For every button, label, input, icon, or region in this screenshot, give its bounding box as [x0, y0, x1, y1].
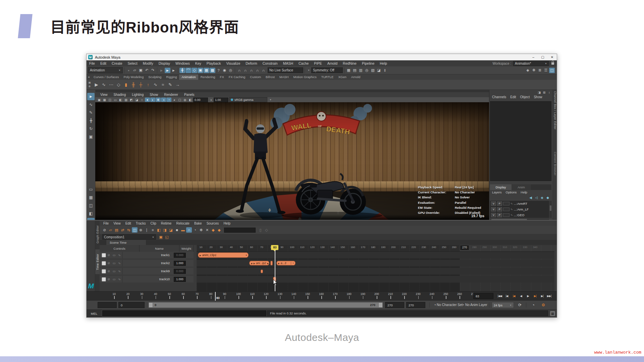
track-mute-icon[interactable]: ⊘: [106, 278, 111, 281]
channel-box-toggle-icon[interactable]: ≣: [537, 68, 543, 73]
input-connections-icon[interactable]: ∩: [236, 68, 242, 73]
layer-visibility-toggle[interactable]: V: [491, 213, 496, 217]
play-backwards-button[interactable]: ◀: [518, 293, 524, 299]
track-checkbox[interactable]: [102, 261, 106, 265]
snap-view-plane-icon[interactable]: ▦: [204, 68, 209, 73]
select-object-icon[interactable]: ►: [165, 68, 170, 73]
menu-cache[interactable]: Cache: [296, 61, 311, 65]
render-view-icon[interactable]: ▦: [346, 68, 352, 73]
track-weight-field[interactable]: 0.000: [174, 253, 186, 258]
attribute-editor-toggle-icon[interactable]: ☰: [543, 68, 549, 73]
gamma-field[interactable]: 1.00: [214, 98, 228, 102]
panel-menu-show[interactable]: Show: [147, 93, 161, 97]
select-tool-icon[interactable]: ►: [87, 93, 95, 100]
wireframe-icon[interactable]: ○: [140, 98, 145, 102]
animation-end-field[interactable]: 270: [406, 302, 425, 308]
shelf-tab-custom[interactable]: Custom: [248, 74, 263, 80]
time-slider[interactable]: 1020304050607080901001101201301401501601…: [87, 291, 557, 301]
te-menu-retime[interactable]: Retime: [159, 222, 174, 225]
resolution-gate-icon[interactable]: ▭: [113, 98, 118, 102]
channel-settings-icon[interactable]: ⊞: [542, 90, 546, 95]
te-playhead-tag[interactable]: 83: [271, 245, 278, 250]
menu-file[interactable]: File: [87, 61, 98, 65]
open-scene-icon[interactable]: ▱: [132, 68, 138, 73]
track-weight-field[interactable]: 0.000: [174, 269, 186, 274]
time-editor-track-lanes[interactable]: 1020304050607080901001101201301401501601…: [197, 245, 554, 291]
motion-blur-icon[interactable]: ◕: [172, 98, 177, 102]
anim-layer-dropdown[interactable]: No Anim Layer: [465, 303, 487, 307]
manage-compositions-icon[interactable]: ◱: [164, 234, 170, 240]
input-operations-icon[interactable]: ∩: [243, 68, 248, 73]
track-weight-field[interactable]: 1.000: [174, 277, 186, 282]
cb-menu-channels[interactable]: Channels: [490, 95, 508, 99]
track-mute-icon[interactable]: ⊘: [106, 253, 111, 257]
command-language-selector[interactable]: MEL: [87, 310, 102, 317]
grid-snap-icon[interactable]: ▬: [180, 227, 186, 233]
add-clip-key-icon[interactable]: ◆: [216, 227, 222, 233]
menu-rednine[interactable]: RedNine: [340, 61, 359, 65]
viewport-3d-scene[interactable]: WALL OF DEATH: [95, 102, 489, 220]
menu-edit[interactable]: Edit: [98, 61, 109, 65]
solo-track-icon[interactable]: ■: [174, 227, 180, 233]
layout-four-pane-icon[interactable]: ▦: [87, 194, 95, 201]
set-driven-key-icon[interactable]: ↑: [145, 81, 152, 88]
shelf-tab-menu-icon[interactable]: ≡: [87, 74, 91, 80]
track-solo-icon[interactable]: ▭: [111, 253, 117, 257]
track-ghost-icon[interactable]: ∿: [117, 261, 122, 265]
scene-time-tab[interactable]: Scene Time: [106, 240, 146, 245]
new-scene-icon[interactable]: ▫: [126, 68, 131, 73]
anim-preferences-icon[interactable]: ⚙: [540, 302, 547, 308]
add-clip-icon[interactable]: ▱: [108, 227, 113, 233]
pin-channel-box-icon[interactable]: ◨: [537, 90, 541, 95]
tab-graph-editor[interactable]: Graph Editor: [95, 223, 100, 246]
track-row[interactable]: ⊘▭∿track101.000: [100, 276, 194, 283]
ghost-clip-icon[interactable]: ▯: [258, 227, 263, 233]
window-titlebar[interactable]: M Autodesk Maya – ▢ ✕: [87, 54, 557, 60]
track-row[interactable]: ⊘▭∿track21.000: [100, 260, 194, 266]
track-lane[interactable]: [197, 268, 554, 275]
te-menu-file[interactable]: File: [101, 222, 111, 225]
layout-single-pane-icon[interactable]: ▭: [87, 186, 95, 193]
layer-vertical-scrollbar[interactable]: [549, 201, 552, 218]
layer-color-swatch[interactable]: [503, 207, 509, 211]
menu-arnold[interactable]: Arnold: [325, 61, 340, 65]
track-lane[interactable]: [197, 276, 554, 283]
track-mute-icon[interactable]: ⊘: [106, 269, 111, 273]
maximize-button[interactable]: ▢: [538, 54, 547, 60]
shelf-tab-motion-graphics[interactable]: Motion Graphics: [291, 74, 319, 80]
panel-menu-view[interactable]: View: [97, 93, 111, 97]
workspace-dropdown[interactable]: Animation* ▼: [513, 61, 549, 66]
menu-constrain[interactable]: Constrain: [260, 61, 280, 65]
step-back-key-button[interactable]: |◀: [511, 293, 517, 299]
textured-icon[interactable]: ◐: [150, 98, 155, 102]
menu-playback[interactable]: Playback: [204, 61, 224, 65]
layer-playback-toggle[interactable]: P: [497, 207, 502, 212]
render-sequence-icon[interactable]: ◪: [376, 68, 382, 73]
play-forwards-button[interactable]: ▶: [525, 293, 531, 299]
panel-menu-shading[interactable]: Shading: [111, 93, 129, 97]
range-end-handle[interactable]: [378, 302, 383, 308]
playback-end-field[interactable]: 270: [385, 302, 404, 308]
gate-mask-icon[interactable]: ◧: [118, 98, 123, 102]
shelf-tab-animation[interactable]: Animation: [179, 74, 198, 80]
shelf-tab-rigging[interactable]: Rigging: [164, 74, 179, 80]
select-hierarchy-icon[interactable]: ►: [159, 68, 164, 73]
ao-icon[interactable]: ◔: [166, 98, 171, 102]
shelf-tab-curves-surfaces[interactable]: Curves / Surfaces: [91, 74, 121, 80]
track-checkbox[interactable]: [102, 253, 106, 257]
column-header-weight[interactable]: Weight: [179, 245, 194, 252]
clip-ani-ip2[interactable]: ◆▶ani...ip2◆: [249, 261, 269, 265]
mute-all-icon[interactable]: ⊘: [102, 227, 107, 233]
new-layer-from-selected-icon[interactable]: ◆: [545, 195, 550, 200]
ghosting-icon[interactable]: ⋯: [108, 81, 115, 88]
menu-display[interactable]: Display: [156, 61, 173, 65]
layer-row[interactable]: VP∿...:ArmRT: [490, 201, 549, 206]
layer-playback-toggle[interactable]: P: [497, 213, 502, 217]
redo-icon[interactable]: ↷: [150, 68, 156, 73]
layer-color-swatch[interactable]: [503, 202, 509, 205]
go-to-start-button[interactable]: |◀◀: [496, 293, 503, 299]
mute-notification-icon[interactable]: ◔: [192, 227, 198, 233]
track-ghost-icon[interactable]: ∿: [117, 278, 122, 281]
shelf-tab-mash[interactable]: MASH: [277, 74, 291, 80]
trim-clip-icon[interactable]: ≡: [150, 227, 156, 233]
